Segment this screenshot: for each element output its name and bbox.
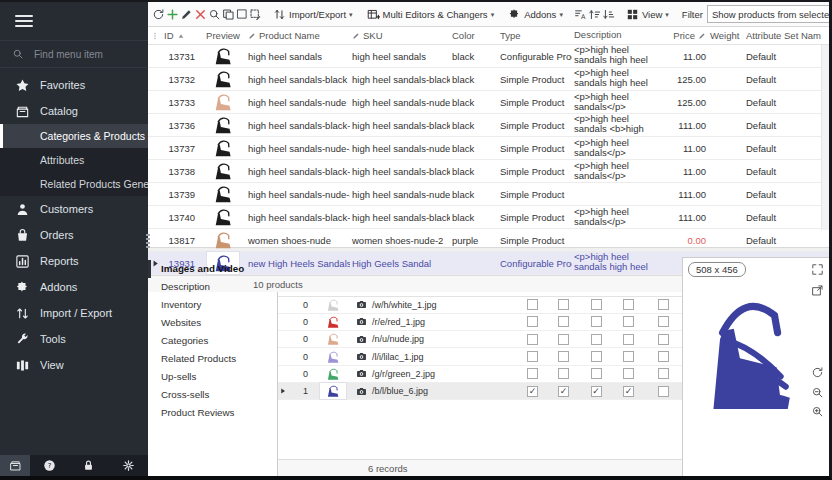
list-item[interactable]: 1 /b/l/blue_6.jpg ✓✓✓✓ bbox=[278, 383, 682, 400]
swatch-checkbox[interactable] bbox=[623, 334, 634, 345]
small-checkbox[interactable] bbox=[558, 368, 569, 379]
sort-desc-button[interactable] bbox=[602, 5, 615, 24]
tab-product-reviews[interactable]: Product Reviews bbox=[148, 404, 277, 422]
table-row[interactable]: 13733 high heel sandals-nude high heel s… bbox=[148, 91, 829, 114]
inline-edit-button[interactable] bbox=[249, 5, 262, 24]
select-checkbox-button[interactable] bbox=[236, 5, 248, 24]
column-weight[interactable]: Weight bbox=[708, 30, 740, 41]
column-sku[interactable]: SKU bbox=[350, 30, 450, 41]
menu-search-input[interactable] bbox=[32, 48, 132, 61]
column-attribute-set[interactable]: Attribute Set Name bbox=[740, 30, 821, 41]
tab-description[interactable]: Description bbox=[148, 278, 277, 296]
small-checkbox[interactable] bbox=[558, 334, 569, 345]
exclude-checkbox[interactable] bbox=[658, 351, 669, 362]
base-checkbox[interactable] bbox=[527, 334, 538, 345]
list-item[interactable]: 0 /n/u/nude.jpg bbox=[278, 331, 682, 348]
delete-product-button[interactable] bbox=[194, 5, 207, 24]
tab-inventory[interactable]: Inventory bbox=[148, 296, 277, 314]
sidebar-item-favorites[interactable]: Favorites bbox=[0, 72, 148, 98]
swatch-checkbox[interactable] bbox=[623, 299, 634, 310]
column-description[interactable]: Description bbox=[572, 30, 662, 40]
table-row[interactable]: 13731 high heel sandals high heel sandal… bbox=[148, 45, 829, 68]
table-row[interactable]: 13817 women shoes-nude women shoes-nude-… bbox=[148, 229, 829, 252]
exclude-checkbox[interactable] bbox=[658, 334, 669, 345]
exclude-checkbox[interactable] bbox=[658, 368, 669, 379]
copy-button[interactable] bbox=[222, 5, 235, 24]
edit-product-button[interactable] bbox=[180, 5, 193, 24]
open-external-icon[interactable] bbox=[811, 284, 824, 297]
zoom-in-icon[interactable] bbox=[811, 405, 824, 418]
sidebar-item-categories-products[interactable]: Categories & Products bbox=[0, 124, 148, 148]
exclude-checkbox[interactable] bbox=[658, 316, 669, 327]
small-checkbox[interactable] bbox=[558, 351, 569, 362]
tab-up-sells[interactable]: Up-sells bbox=[148, 368, 277, 386]
sidebar-item-related-products-generator[interactable]: Related Products Generator bbox=[0, 172, 148, 196]
sidebar-search[interactable] bbox=[0, 40, 148, 68]
sort-rules-button[interactable]: A bbox=[574, 5, 587, 24]
column-id[interactable]: ID bbox=[162, 30, 200, 41]
lock-button[interactable] bbox=[69, 455, 108, 476]
swatch-checkbox[interactable] bbox=[623, 368, 634, 379]
thumbnail-checkbox[interactable] bbox=[591, 334, 602, 345]
small-checkbox[interactable] bbox=[558, 299, 569, 310]
thumbnail-checkbox[interactable] bbox=[591, 316, 602, 327]
sidebar-item-view[interactable]: View bbox=[0, 352, 148, 378]
settings-button[interactable] bbox=[109, 455, 148, 476]
multi-editors-menu[interactable]: Multi Editors & Changers▾ bbox=[364, 5, 498, 24]
addons-menu[interactable]: Addons▾ bbox=[505, 5, 566, 24]
zoom-out-icon[interactable] bbox=[811, 386, 824, 399]
sidebar-item-tools[interactable]: Tools bbox=[0, 326, 148, 352]
swatch-checkbox[interactable] bbox=[623, 351, 634, 362]
small-checkbox[interactable]: ✓ bbox=[558, 386, 569, 397]
column-price[interactable]: Price bbox=[662, 30, 708, 41]
tab-websites[interactable]: Websites bbox=[148, 314, 277, 332]
sidebar-item-orders[interactable]: Orders bbox=[0, 222, 148, 248]
thumbnail-checkbox[interactable] bbox=[591, 368, 602, 379]
sidebar-item-attributes[interactable]: Attributes bbox=[0, 148, 148, 172]
view-menu[interactable]: View▾ bbox=[623, 5, 672, 24]
table-row[interactable]: 13736 high heel sandals-black-36 high he… bbox=[148, 114, 829, 137]
sidebar-item-import-export[interactable]: Import / Export bbox=[0, 300, 148, 326]
swatch-checkbox[interactable] bbox=[623, 316, 634, 327]
add-product-button[interactable] bbox=[166, 5, 179, 24]
rotate-icon[interactable] bbox=[811, 366, 824, 379]
base-checkbox[interactable] bbox=[527, 299, 538, 310]
thumbnail-checkbox[interactable] bbox=[591, 351, 602, 362]
thumbnail-checkbox[interactable]: ✓ bbox=[591, 386, 602, 397]
column-preview[interactable]: Preview bbox=[200, 30, 246, 41]
tab-images-and-video[interactable]: Images and Video bbox=[148, 260, 277, 278]
vertical-scrollbar[interactable] bbox=[821, 45, 829, 230]
hamburger-menu-button[interactable] bbox=[0, 2, 148, 40]
table-row[interactable]: 13739 high heel sandals-nude-37 high hee… bbox=[148, 183, 829, 206]
list-item[interactable]: 0 /l/i/lilac_1.jpg bbox=[278, 348, 682, 365]
catalog-mode-button[interactable] bbox=[0, 455, 30, 476]
filter-select[interactable]: Show products from selected categories▾ bbox=[707, 5, 829, 23]
base-checkbox[interactable] bbox=[527, 316, 538, 327]
list-item[interactable]: 0 /g/r/green_2.jpg bbox=[278, 366, 682, 383]
column-product-name[interactable]: Product Name bbox=[246, 30, 350, 41]
sidebar-item-addons[interactable]: Addons bbox=[0, 274, 148, 300]
thumbnail-checkbox[interactable] bbox=[591, 299, 602, 310]
tab-cross-sells[interactable]: Cross-sells bbox=[148, 386, 277, 404]
list-item[interactable]: 0 /w/h/white_1.jpg bbox=[278, 297, 682, 314]
tab-categories[interactable]: Categories bbox=[148, 332, 277, 350]
sidebar-item-catalog[interactable]: Catalog bbox=[0, 98, 148, 124]
refresh-button[interactable] bbox=[152, 5, 165, 24]
exclude-checkbox[interactable] bbox=[658, 386, 669, 397]
search-products-button[interactable] bbox=[208, 5, 221, 24]
base-checkbox[interactable] bbox=[527, 368, 538, 379]
list-item[interactable]: 0 /r/e/red_1.jpg bbox=[278, 314, 682, 331]
table-row[interactable]: 13738 high heel sandals-black-37 high he… bbox=[148, 160, 829, 183]
base-checkbox[interactable]: ✓ bbox=[527, 386, 538, 397]
small-checkbox[interactable] bbox=[558, 316, 569, 327]
sort-asc-button[interactable] bbox=[588, 5, 601, 24]
tab-related-products[interactable]: Related Products bbox=[148, 350, 277, 368]
swatch-checkbox[interactable]: ✓ bbox=[623, 386, 634, 397]
table-row[interactable]: 13732 high heel sandals-black high heel … bbox=[148, 68, 829, 91]
help-button[interactable]: ? bbox=[30, 455, 69, 476]
exclude-checkbox[interactable] bbox=[658, 299, 669, 310]
base-checkbox[interactable] bbox=[527, 351, 538, 362]
import-export-menu[interactable]: Import/Export▾ bbox=[270, 5, 356, 24]
fullscreen-icon[interactable] bbox=[811, 263, 824, 276]
column-color[interactable]: Color bbox=[450, 30, 498, 41]
